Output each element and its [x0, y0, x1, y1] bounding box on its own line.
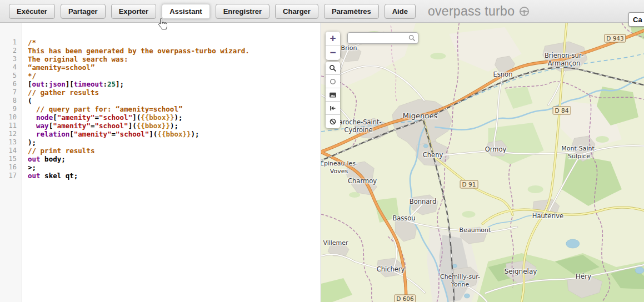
image-export-icon	[329, 91, 337, 99]
code-line[interactable]: The original search was:	[28, 55, 321, 63]
code-token: json	[49, 80, 66, 88]
zoom-control: + −	[326, 32, 340, 60]
code-token: =	[94, 113, 99, 122]
line-number: 6	[0, 80, 22, 88]
code-token: "school"	[94, 122, 128, 130]
line-number: 12	[0, 130, 22, 138]
code-token: timeout	[74, 80, 103, 88]
app-logo: overpass turbo	[428, 4, 530, 19]
code-token: ];	[116, 80, 124, 88]
code-token: "amenity"	[74, 130, 112, 138]
map-search	[347, 32, 418, 44]
zoom-out-button[interactable]: −	[326, 46, 340, 60]
aide-button[interactable]: Aide	[385, 4, 416, 19]
code-token: :	[103, 80, 108, 88]
assistant-button[interactable]: Assistant	[162, 4, 210, 19]
code-line[interactable]: >;	[28, 163, 321, 172]
zoom-in-button[interactable]: +	[326, 32, 340, 46]
code-token: [	[28, 80, 32, 88]
cancel-icon	[329, 118, 337, 125]
code-token: // query part for: “amenity=school”	[28, 105, 182, 113]
code-token: ](	[128, 122, 137, 130]
code-token: "amenity"	[57, 113, 95, 122]
code-token: body;	[41, 155, 66, 163]
code-token: [	[53, 113, 57, 122]
steering-wheel-icon	[519, 6, 530, 17]
line-number: 10	[0, 113, 22, 122]
code-token: {{bbox}}	[137, 122, 170, 130]
line-number: 14	[0, 147, 22, 155]
line-number: 3	[0, 55, 22, 63]
code-token: :	[44, 80, 49, 88]
line-number: 5	[0, 72, 22, 80]
code-token: skel qt;	[41, 172, 78, 180]
code-line[interactable]: // gather results	[28, 88, 321, 97]
code-token: /*	[28, 38, 36, 47]
code-token	[28, 113, 36, 122]
code-token: ](	[132, 113, 141, 122]
map-canvas[interactable]	[321, 23, 644, 302]
map-search-tool-button[interactable]	[326, 62, 340, 75]
code-line[interactable]: “amenity=school”	[28, 63, 321, 72]
code-token: relation	[36, 130, 69, 138]
editor-code-area[interactable]: /*This has been generated by the overpas…	[22, 23, 321, 302]
code-line[interactable]: );	[28, 138, 321, 147]
code-token: "school"	[99, 113, 132, 122]
code-token: // print results	[28, 147, 94, 155]
code-line[interactable]: This has been generated by the overpass-…	[28, 47, 321, 55]
code-token: );	[191, 130, 199, 138]
executer-button[interactable]: Exécuter	[9, 4, 55, 19]
code-line[interactable]: // print results	[28, 147, 321, 155]
code-token: */	[28, 72, 36, 80]
enregistrer-button[interactable]: Enregistrer	[216, 4, 269, 19]
code-token: "school"	[116, 130, 149, 138]
code-line[interactable]: out skel qt;	[28, 172, 321, 180]
line-number: 2	[0, 47, 22, 55]
code-token	[28, 122, 36, 130]
code-line[interactable]: relation["amenity"="school"]({{bbox}});	[28, 130, 321, 138]
map-tab-button[interactable]: Ca	[628, 12, 644, 27]
line-number: 11	[0, 122, 22, 130]
code-token: out	[28, 155, 41, 163]
image-tool-button[interactable]	[326, 88, 340, 102]
code-token: This has been generated by the overpass-…	[28, 47, 249, 55]
map[interactable]: BrionBrienon-sur-ArmançonEsnonLaroche-Sa…	[321, 23, 644, 302]
code-token: {{bbox}}	[141, 113, 174, 122]
magnifier-icon	[329, 64, 337, 72]
line-number: 15	[0, 155, 22, 163]
map-tools	[326, 62, 340, 128]
code-token: (	[28, 97, 32, 105]
toolbar: Exécuter Partager Exporter Assistant Enr…	[0, 0, 644, 23]
locate-tool-button[interactable]	[326, 75, 340, 88]
code-line[interactable]: [out:json][timeout:25];	[28, 80, 321, 88]
code-token: {{bbox}}	[157, 130, 191, 138]
line-number: 7	[0, 88, 22, 97]
code-token: "amenity"	[53, 122, 91, 130]
code-line[interactable]: (	[28, 97, 321, 105]
line-number: 4	[0, 63, 22, 72]
code-editor[interactable]: 1234567891011121314151617 /*This has bee…	[0, 23, 321, 302]
code-token: out	[28, 172, 41, 180]
code-token: ](	[149, 130, 157, 138]
code-line[interactable]: way["amenity"="school"]({{bbox}});	[28, 122, 321, 130]
code-line[interactable]: /*	[28, 38, 321, 47]
editor-gutter: 1234567891011121314151617	[0, 23, 22, 302]
code-token: “amenity=school”	[28, 63, 94, 72]
map-search-input[interactable]	[351, 33, 408, 43]
code-token: The original search was:	[28, 55, 128, 63]
code-token: node	[36, 113, 53, 122]
disable-tool-button[interactable]	[326, 115, 340, 128]
code-line[interactable]: */	[28, 72, 321, 80]
code-line[interactable]: // query part for: “amenity=school”	[28, 105, 321, 113]
collapse-tool-button[interactable]	[326, 102, 340, 115]
code-line[interactable]: out body;	[28, 155, 321, 163]
parametres-button[interactable]: Paramètres	[324, 4, 379, 19]
charger-button[interactable]: Charger	[275, 4, 318, 19]
partager-button[interactable]: Partager	[61, 4, 106, 19]
code-token: way	[36, 122, 49, 130]
code-line[interactable]: node["amenity"="school"]({{bbox}});	[28, 113, 321, 122]
code-token	[28, 130, 36, 138]
line-number: 1	[0, 38, 22, 47]
code-token: );	[174, 113, 182, 122]
exporter-button[interactable]: Exporter	[111, 4, 156, 19]
